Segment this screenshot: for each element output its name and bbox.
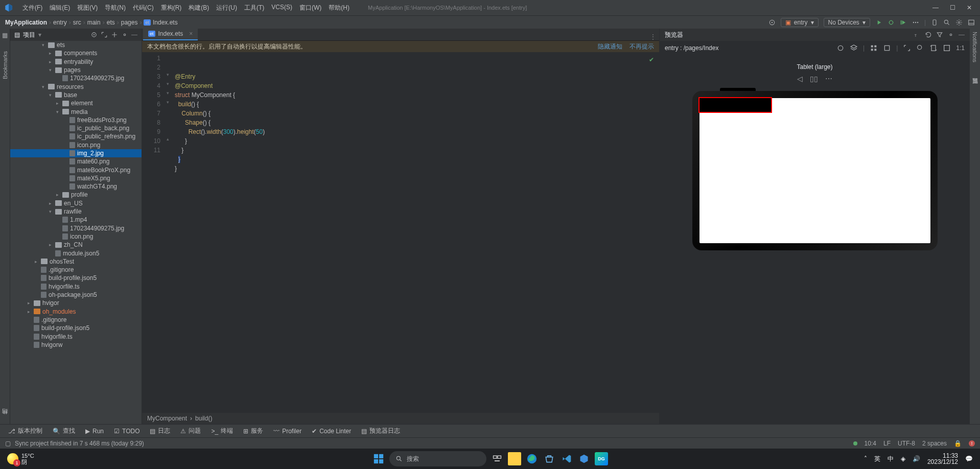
menu-item[interactable]: 编辑(E) <box>46 2 73 14</box>
maximize-button[interactable]: ☐ <box>950 4 955 11</box>
tree-item[interactable]: icon.png <box>10 232 142 241</box>
encoding[interactable]: UTF-8 <box>898 440 915 447</box>
bottom-tool-问题[interactable]: ⚠问题 <box>176 426 205 436</box>
breadcrumb-item[interactable]: pages <box>121 19 138 26</box>
bookmarks-label[interactable]: Bookmarks <box>2 51 8 79</box>
tree-item[interactable]: ic_public_refresh.png <box>10 132 142 140</box>
menu-item[interactable]: 代码(C) <box>130 2 157 14</box>
circle-icon[interactable] <box>836 44 845 52</box>
device-screen[interactable] <box>699 98 930 243</box>
prev-device-icon[interactable]: ◁ <box>797 75 803 83</box>
deveco-icon[interactable] <box>577 452 591 465</box>
datagrip-icon[interactable]: DG <box>595 452 608 465</box>
locate-icon[interactable] <box>90 31 98 38</box>
tree-item[interactable]: 1702344909275.jpg <box>10 224 142 232</box>
tree-item[interactable]: ▾resources <box>10 82 142 90</box>
tree-item[interactable]: hvigorfile.ts <box>10 332 142 340</box>
tree-item[interactable]: 1702344909275.jpg <box>10 74 142 82</box>
module-selector[interactable]: ▣entry▾ <box>781 18 819 27</box>
tree-item[interactable]: hvigorfile.ts <box>10 283 142 291</box>
tree-item[interactable]: .gitignore <box>10 316 142 324</box>
vscode-icon[interactable] <box>560 452 573 465</box>
tree-item[interactable]: ▸components <box>10 49 142 57</box>
tree-item[interactable]: img_2.jpg <box>10 149 142 157</box>
tree-item[interactable]: ▾pages <box>10 66 142 74</box>
inspection-ok-icon[interactable]: ✔ <box>649 55 654 64</box>
gear-icon[interactable] <box>955 19 963 26</box>
tab-overflow-icon[interactable]: ⋮ <box>650 33 659 40</box>
tree-item[interactable]: mateBookProX.png <box>10 166 142 174</box>
hide-panel-button[interactable]: — <box>131 31 137 38</box>
more-device-icon[interactable]: ⋯ <box>825 75 832 83</box>
tree-item[interactable]: build-profile.json5 <box>10 274 142 282</box>
bottom-tool-查找[interactable]: 🔍查找 <box>49 426 79 436</box>
tree-item[interactable]: ▸oh_modules <box>10 308 142 316</box>
banner-dismiss-link[interactable]: 不再提示 <box>629 42 654 51</box>
store-icon[interactable] <box>543 452 556 465</box>
tree-item[interactable]: mate60.png <box>10 157 142 166</box>
volume-icon[interactable]: 🔊 <box>913 455 920 462</box>
menu-item[interactable]: VCS(S) <box>268 2 295 14</box>
edge-icon[interactable] <box>525 452 539 465</box>
tray-lang[interactable]: 英 <box>874 455 880 463</box>
code-breadcrumbs[interactable]: MyComponent›build() <box>142 413 659 424</box>
tree-item[interactable]: ▸ohosTest <box>10 257 142 266</box>
tree-item[interactable]: ▸element <box>10 99 142 107</box>
tree-item[interactable]: 1.mp4 <box>10 216 142 224</box>
bottom-tool-版本控制[interactable]: ⎇版本控制 <box>4 426 46 436</box>
refresh-icon[interactable] <box>925 31 932 38</box>
caret-pos[interactable]: 10:4 <box>865 440 876 447</box>
tree-item[interactable]: ▸profile <box>10 191 142 199</box>
tree-item[interactable]: module.json5 <box>10 249 142 257</box>
menu-item[interactable]: 文件(F) <box>19 2 45 14</box>
tree-item[interactable]: freeBudsPro3.png <box>10 116 142 124</box>
tree-item[interactable]: ▸en_US <box>10 199 142 207</box>
taskview-icon[interactable] <box>491 452 504 465</box>
breadcrumb-item[interactable]: src <box>73 19 81 26</box>
project-tree[interactable]: ▾ets▸components▸entryability▾pages170234… <box>10 41 142 424</box>
single-icon[interactable] <box>883 44 891 52</box>
notification-icon[interactable]: 💬 <box>965 455 973 462</box>
tree-item[interactable]: ic_public_back.png <box>10 124 142 132</box>
wifi-icon[interactable]: ◈ <box>901 455 905 462</box>
explorer-icon[interactable] <box>508 452 521 465</box>
more-run-icon[interactable] <box>912 19 919 26</box>
grid-icon[interactable] <box>870 44 878 52</box>
fold-gutter[interactable]: ▾▾▾▾▴ <box>165 52 171 413</box>
filter-icon[interactable] <box>936 31 943 38</box>
close-button[interactable]: ✕ <box>967 4 972 11</box>
collapse-icon[interactable] <box>111 31 118 38</box>
status-warn-icon[interactable]: ! <box>969 440 975 447</box>
menu-item[interactable]: 运行(U) <box>213 2 240 14</box>
line-sep[interactable]: LF <box>883 440 891 447</box>
tree-item[interactable]: ▾rawfile <box>10 207 142 216</box>
breadcrumb-item[interactable]: ets <box>107 19 115 26</box>
readonly-icon[interactable]: 🔒 <box>954 440 962 447</box>
panel-icon[interactable] <box>968 19 975 26</box>
tree-item[interactable]: .gitignore <box>10 266 142 274</box>
debug-icon[interactable] <box>888 19 895 26</box>
taskbar-search[interactable]: 搜索 <box>389 451 486 466</box>
start-button[interactable] <box>372 452 385 465</box>
tree-item[interactable]: mateX5.png <box>10 174 142 182</box>
bottom-tool-服务[interactable]: ⊞服务 <box>239 426 267 436</box>
menu-item[interactable]: 重构(R) <box>158 2 185 14</box>
bottom-tool-预览器日志[interactable]: ▤预览器日志 <box>357 426 404 436</box>
project-tool-icon[interactable]: ▦ <box>2 32 8 39</box>
menu-item[interactable]: 构建(B) <box>185 2 212 14</box>
search-icon[interactable] <box>943 19 950 26</box>
zoom-icon[interactable] <box>916 44 924 52</box>
fullscreen-icon[interactable] <box>943 44 951 52</box>
fit-icon[interactable] <box>903 44 911 52</box>
tree-item[interactable]: ▸entryability <box>10 58 142 66</box>
bottom-tool-Code Linter[interactable]: ✔Code Linter <box>308 427 355 436</box>
menu-item[interactable]: 窗口(W) <box>296 2 324 14</box>
bottom-tool-Profiler[interactable]: 〰Profiler <box>269 427 306 436</box>
device-phone-icon[interactable] <box>931 19 938 26</box>
device-selector[interactable]: No Devices▾ <box>824 18 870 27</box>
tab-index-ets[interactable]: et Index.ets × <box>143 28 198 40</box>
tray-ime[interactable]: 中 <box>888 455 894 463</box>
breadcrumbs[interactable]: MyApplication›entry›src›main›ets›pages›e… <box>5 19 178 26</box>
tree-item[interactable]: icon.png <box>10 141 142 149</box>
bottom-tool-日志[interactable]: ▤日志 <box>146 426 174 436</box>
